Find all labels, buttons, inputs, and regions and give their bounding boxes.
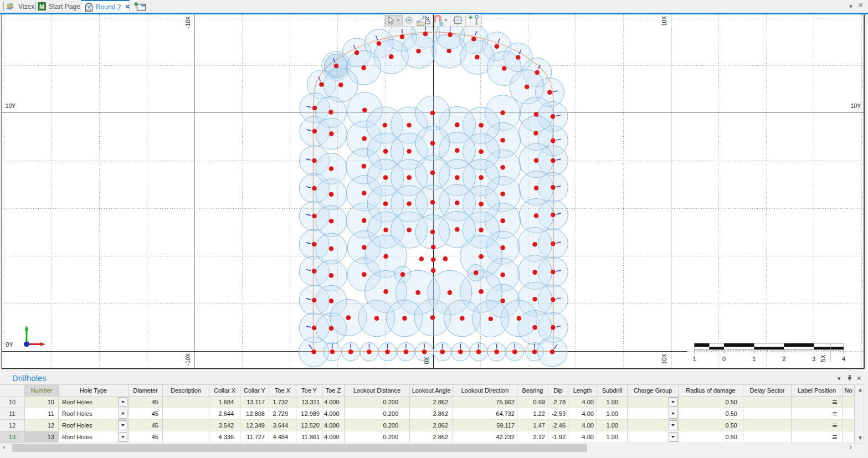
label-position-menu-icon[interactable] <box>833 400 837 405</box>
column-header-lookout_angle[interactable]: Lookout Angle <box>410 384 453 397</box>
cell-number-row11[interactable]: 11 <box>25 408 59 420</box>
cell-radius_damage-row11[interactable]: 0.50 <box>679 408 743 420</box>
column-header-toe_y[interactable]: Toe Y <box>296 384 322 397</box>
new-tab-icon[interactable] <box>133 0 148 13</box>
cell-no-row12[interactable] <box>843 420 855 431</box>
cell-toe_z-row12[interactable]: 4.000 <box>322 420 345 431</box>
cell-hole_type-row11[interactable]: Roof Holes <box>59 408 129 420</box>
cell-no-row13[interactable] <box>843 431 855 443</box>
cell-delay_sector-row13[interactable] <box>743 431 792 443</box>
cell-collar_y-row10[interactable]: 13.117 <box>240 397 269 408</box>
column-header-collar_x[interactable]: Collar X <box>209 384 240 397</box>
cell-hole_type-row13[interactable]: Roof Holes <box>59 431 129 443</box>
cell-collar_x-row10[interactable]: 1.684 <box>209 397 240 408</box>
cell-collar_y-row12[interactable]: 12.349 <box>240 420 269 431</box>
cell-description-row12[interactable] <box>163 420 209 431</box>
tab-vizex[interactable]: Vizex <box>4 0 35 13</box>
cell-label_position-row12[interactable] <box>792 420 843 431</box>
cell-description-row13[interactable] <box>163 431 209 443</box>
cell-length-row10[interactable]: 4.00 <box>568 397 597 408</box>
cell-no-row11[interactable] <box>843 408 855 420</box>
cell-lookout_angle-row12[interactable]: 2.862 <box>410 420 453 431</box>
cell-lookout_angle-row11[interactable]: 2.862 <box>410 408 453 420</box>
zoom-selection-tool[interactable] <box>451 15 464 25</box>
cell-lookout_direction-row13[interactable]: 42.232 <box>453 431 517 443</box>
snap-point-tool[interactable] <box>403 15 416 25</box>
cell-no-row10[interactable] <box>843 397 855 408</box>
cell-lookout_distance-row10[interactable]: 0.200 <box>345 397 410 408</box>
cell-radius_damage-row10[interactable]: 0.50 <box>679 397 743 408</box>
dropdown-icon[interactable]: ▾ <box>849 3 852 10</box>
cell-number-row10[interactable]: 10 <box>25 397 59 408</box>
cell-toe_y-row12[interactable]: 12.520 <box>296 420 322 431</box>
cell-charge_group-row11[interactable] <box>628 408 679 420</box>
cell-number-row12[interactable]: 12 <box>25 420 59 431</box>
cell-label_position-row13[interactable] <box>792 431 843 443</box>
cell-subdrill-row11[interactable]: 1.00 <box>597 408 628 420</box>
cell-bearing-row13[interactable]: 2.12 <box>517 431 548 443</box>
hscroll-thumb[interactable] <box>12 444 587 452</box>
row-header-rowhdr-row12[interactable]: 12 <box>0 420 25 431</box>
cell-toe_y-row10[interactable]: 13.311 <box>296 397 322 408</box>
cell-collar_x-row11[interactable]: 2.644 <box>209 408 240 420</box>
cell-collar_x-row12[interactable]: 3.542 <box>209 420 240 431</box>
column-header-number[interactable]: Number <box>25 384 59 397</box>
cell-label_position-row10[interactable] <box>792 397 843 408</box>
panel-close-icon[interactable]: ✕ <box>856 375 861 382</box>
cell-lookout_angle-row10[interactable]: 2.862 <box>410 397 453 408</box>
cell-number-row13[interactable]: 13 <box>25 431 59 443</box>
row-header-rowhdr-row11[interactable]: 11 <box>0 408 25 420</box>
cell-charge_group-row10[interactable] <box>628 397 679 408</box>
cell-dip-row10[interactable]: -2.78 <box>548 397 568 408</box>
column-header-dip[interactable]: Dip <box>548 384 568 397</box>
label-position-menu-icon[interactable] <box>833 423 837 428</box>
cell-dropdown-button[interactable] <box>119 420 127 430</box>
column-header-length[interactable]: Length <box>568 384 597 397</box>
magnet-snap-tool[interactable] <box>432 15 449 25</box>
cell-delay_sector-row11[interactable] <box>743 408 792 420</box>
cell-label_position-row11[interactable] <box>792 408 843 420</box>
column-header-no[interactable]: No <box>843 384 855 397</box>
cell-dropdown-button[interactable] <box>669 420 677 430</box>
cell-diameter-row13[interactable]: 45 <box>129 431 163 443</box>
cell-lookout_direction-row10[interactable]: 75.962 <box>453 397 517 408</box>
cell-toe_x-row11[interactable]: 2.729 <box>269 408 296 420</box>
cell-bearing-row10[interactable]: 0.69 <box>517 397 548 408</box>
grid-horizontal-scrollbar[interactable]: ‹› <box>0 444 864 452</box>
cell-toe_y-row13[interactable]: 11.861 <box>296 431 322 443</box>
cell-toe_z-row10[interactable]: 4.000 <box>322 397 345 408</box>
column-header-rowhdr[interactable] <box>0 384 25 397</box>
cell-length-row11[interactable]: 4.00 <box>568 408 597 420</box>
cell-toe_y-row11[interactable]: 12.989 <box>296 408 322 420</box>
column-header-diameter[interactable]: Diameter <box>129 384 163 397</box>
column-header-toe_z[interactable]: Toe Z <box>322 384 345 397</box>
cell-delay_sector-row12[interactable] <box>743 420 792 431</box>
cell-lookout_angle-row13[interactable]: 2.862 <box>410 431 453 443</box>
cell-radius_damage-row13[interactable]: 0.50 <box>679 431 743 443</box>
cell-lookout_direction-row11[interactable]: 64.732 <box>453 408 517 420</box>
add-point-tool[interactable] <box>467 15 481 25</box>
column-header-lookout_direction[interactable]: Lookout Direction <box>453 384 517 397</box>
cell-toe_z-row11[interactable]: 4.000 <box>322 408 345 420</box>
cell-toe_x-row12[interactable]: 3.644 <box>269 420 296 431</box>
cell-radius_damage-row12[interactable]: 0.50 <box>679 420 743 431</box>
tab-round-2[interactable]: Round 2✕ <box>81 0 130 13</box>
cell-charge_group-row13[interactable] <box>628 431 679 443</box>
grid-vertical-scrollbar[interactable]: ▲▼ <box>855 384 864 444</box>
cell-dropdown-button[interactable] <box>119 432 127 442</box>
cell-dropdown-button[interactable] <box>669 397 677 407</box>
scroll-right-arrow[interactable]: › <box>849 444 852 450</box>
cell-bearing-row12[interactable]: 1.47 <box>517 420 548 431</box>
column-header-bearing[interactable]: Bearing <box>517 384 548 397</box>
cell-collar_y-row11[interactable]: 12.808 <box>240 408 269 420</box>
cell-hole_type-row12[interactable]: Roof Holes <box>59 420 129 431</box>
cell-toe_z-row13[interactable]: 4.000 <box>322 431 345 443</box>
column-header-charge_group[interactable]: Charge Group <box>628 384 679 397</box>
cell-dip-row12[interactable]: -2.46 <box>548 420 568 431</box>
cell-diameter-row12[interactable]: 45 <box>129 420 163 431</box>
column-header-radius_damage[interactable]: Radius of damage <box>679 384 743 397</box>
row-header-rowhdr-row10[interactable]: 10 <box>0 397 25 408</box>
column-header-hole_type[interactable]: Hole Type <box>59 384 129 397</box>
cell-length-row12[interactable]: 4.00 <box>568 420 597 431</box>
scroll-left-arrow[interactable]: ‹ <box>3 444 6 450</box>
